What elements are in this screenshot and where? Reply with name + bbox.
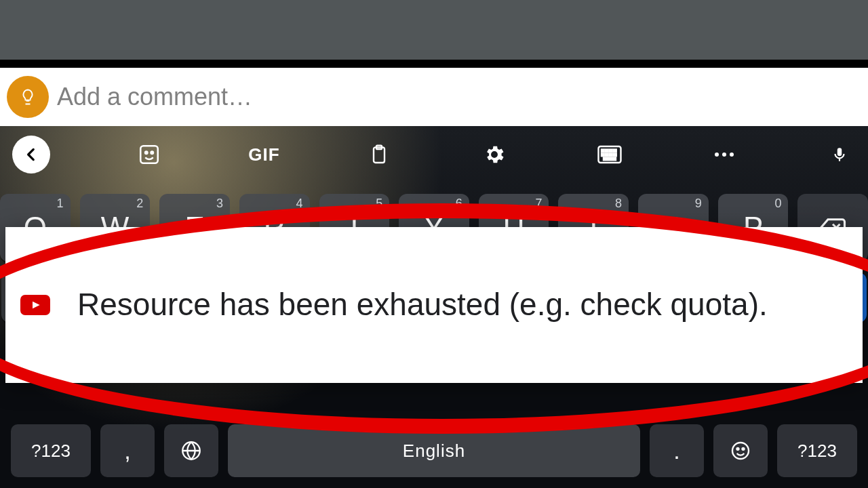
mic-icon[interactable] — [823, 138, 856, 171]
error-text: Resource has been exhausted (e.g. check … — [77, 285, 768, 325]
key-row-bottom: ?123 , English . ?123 — [0, 420, 868, 481]
youtube-icon — [20, 295, 50, 315]
svg-point-17 — [730, 152, 734, 157]
svg-rect-6 — [601, 150, 604, 152]
keyboard-layout-icon[interactable] — [593, 138, 626, 171]
svg-point-22 — [737, 448, 739, 450]
clipboard-icon[interactable] — [363, 138, 395, 171]
keyboard-toolbar: GIF — [0, 126, 868, 183]
gif-button[interactable]: GIF — [248, 138, 280, 171]
status-bar — [0, 0, 868, 60]
symbols-key[interactable]: ?123 — [11, 424, 91, 477]
sticker-icon[interactable] — [133, 138, 165, 171]
svg-rect-11 — [606, 154, 608, 157]
svg-point-1 — [145, 151, 147, 153]
svg-point-2 — [151, 151, 153, 153]
language-key[interactable] — [164, 424, 218, 477]
svg-point-15 — [715, 152, 719, 157]
svg-point-21 — [732, 443, 749, 459]
spacebar-key[interactable]: English — [228, 424, 640, 477]
svg-rect-7 — [606, 150, 608, 152]
symbols-key-right[interactable]: ?123 — [777, 424, 857, 477]
comment-bar — [0, 68, 868, 126]
svg-point-16 — [722, 152, 726, 157]
back-button[interactable] — [12, 136, 50, 174]
svg-rect-0 — [140, 146, 158, 163]
svg-rect-9 — [614, 150, 616, 152]
svg-marker-24 — [33, 302, 40, 309]
error-notification[interactable]: Resource has been exhausted (e.g. check … — [5, 227, 863, 383]
comma-key[interactable]: , — [100, 424, 155, 477]
svg-rect-14 — [604, 158, 616, 161]
svg-rect-10 — [601, 154, 604, 157]
avatar[interactable] — [7, 76, 49, 118]
comment-input[interactable] — [49, 76, 868, 118]
svg-rect-12 — [610, 154, 612, 157]
svg-rect-13 — [614, 154, 616, 157]
settings-icon[interactable] — [478, 138, 511, 171]
period-key[interactable]: . — [650, 424, 704, 477]
svg-point-23 — [743, 448, 745, 450]
emoji-key[interactable] — [713, 424, 768, 477]
svg-rect-8 — [610, 150, 612, 152]
more-icon[interactable] — [708, 138, 741, 171]
